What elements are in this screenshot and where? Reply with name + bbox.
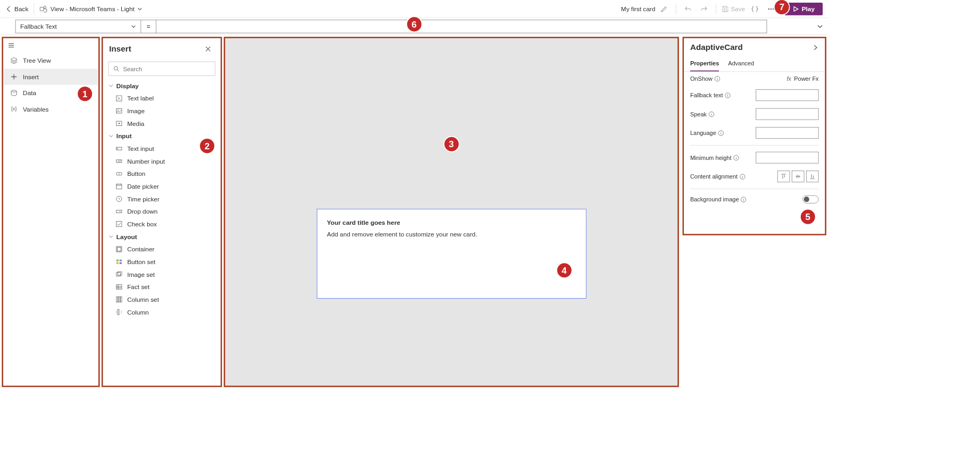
svg-rect-25 xyxy=(120,262,122,264)
item-fact-set[interactable]: Fact set xyxy=(103,281,221,293)
language-input[interactable] xyxy=(756,127,818,139)
search-icon xyxy=(113,65,120,72)
hamburger-button[interactable] xyxy=(3,38,98,53)
align-top-button[interactable] xyxy=(777,171,790,182)
view-selector[interactable]: View - Microsoft Teams - Light xyxy=(39,5,143,13)
info-icon[interactable] xyxy=(708,111,714,117)
divider xyxy=(716,3,716,14)
item-button[interactable]: Button xyxy=(103,167,221,180)
nav-variables[interactable]: Variables xyxy=(3,101,98,117)
item-media[interactable]: Media xyxy=(103,117,221,130)
item-check-box[interactable]: Check box xyxy=(103,218,221,231)
canvas[interactable]: 3 Your card title goes here Add and remo… xyxy=(224,37,679,387)
layers-icon xyxy=(10,57,18,64)
insert-search[interactable] xyxy=(108,62,215,76)
play-label: Play xyxy=(802,5,815,13)
chevron-down-icon xyxy=(137,6,143,11)
search-input[interactable] xyxy=(123,65,211,72)
svg-rect-23 xyxy=(120,259,122,261)
nav-tree-view[interactable]: Tree View xyxy=(3,53,98,69)
info-icon[interactable] xyxy=(725,92,731,98)
svg-rect-16 xyxy=(116,184,122,189)
onshow-label: OnShow xyxy=(690,75,713,82)
edit-name-button[interactable] xyxy=(658,3,671,15)
clock-icon xyxy=(116,196,122,202)
language-label: Language xyxy=(690,130,716,137)
svg-rect-0 xyxy=(40,7,44,11)
info-icon[interactable] xyxy=(733,155,739,160)
insert-panel: Insert Display Text label Image Media In… xyxy=(102,37,222,387)
close-icon xyxy=(205,46,211,52)
button-icon xyxy=(116,171,122,177)
callout-3: 3 xyxy=(443,136,459,152)
card-title: Your card title goes here xyxy=(327,219,576,226)
back-button[interactable]: Back xyxy=(5,5,28,13)
item-column-set[interactable]: Column set xyxy=(103,293,221,306)
tab-advanced[interactable]: Advanced xyxy=(728,56,754,71)
left-nav-panel: Tree View Insert Data Variables 1 xyxy=(2,37,99,387)
property-dropdown[interactable]: Fallback Text xyxy=(15,20,141,33)
item-label: Column xyxy=(127,309,149,316)
svg-rect-31 xyxy=(120,297,122,302)
fact-set-icon xyxy=(116,284,122,290)
nav-insert[interactable]: Insert xyxy=(3,69,98,84)
item-label: Number input xyxy=(127,158,165,165)
minheight-input[interactable] xyxy=(756,152,818,164)
item-image[interactable]: Image xyxy=(103,105,221,117)
group-layout[interactable]: Layout xyxy=(103,230,221,243)
chevron-right-icon[interactable] xyxy=(813,44,819,50)
card-preview[interactable]: Your card title goes here Add and remove… xyxy=(316,209,586,299)
item-label: Date picker xyxy=(127,183,159,190)
column-icon xyxy=(116,309,122,315)
item-container[interactable]: Container xyxy=(103,243,221,256)
speak-input[interactable] xyxy=(756,108,818,120)
tab-properties[interactable]: Properties xyxy=(690,56,719,71)
contentalign-label: Content alignment xyxy=(690,173,738,180)
svg-point-1 xyxy=(44,6,46,8)
column-set-icon xyxy=(116,296,122,303)
save-label: Save xyxy=(731,5,745,13)
info-icon[interactable] xyxy=(714,76,720,82)
item-drop-down[interactable]: Drop down xyxy=(103,205,221,218)
code-view-button[interactable] xyxy=(749,3,761,15)
redo-button[interactable] xyxy=(698,3,711,15)
undo-button[interactable] xyxy=(682,3,694,15)
play-button[interactable]: Play 7 xyxy=(785,3,823,15)
properties-title: AdaptiveCard xyxy=(690,43,743,52)
property-label: Fallback Text xyxy=(20,23,57,30)
group-label: Layout xyxy=(116,233,137,241)
variable-icon xyxy=(10,106,18,113)
callout-6: 6 xyxy=(406,16,422,32)
braces-icon xyxy=(751,5,759,13)
formula-input[interactable] xyxy=(156,20,767,33)
powerfx-label[interactable]: Power Fx xyxy=(794,75,818,82)
info-icon[interactable] xyxy=(739,174,745,180)
group-display[interactable]: Display xyxy=(103,80,221,92)
callout-4: 4 xyxy=(556,262,572,278)
bgimage-toggle[interactable] xyxy=(802,196,818,204)
play-icon xyxy=(793,6,799,12)
svg-rect-27 xyxy=(118,272,122,275)
svg-point-2 xyxy=(768,8,770,10)
item-label: Container xyxy=(127,245,154,253)
item-button-set[interactable]: Button set xyxy=(103,256,221,268)
align-bottom-button[interactable] xyxy=(806,171,819,182)
info-icon[interactable] xyxy=(718,130,724,136)
item-date-picker[interactable]: Date picker xyxy=(103,180,221,193)
fallback-input[interactable] xyxy=(756,89,818,101)
group-label: Display xyxy=(116,82,139,90)
info-icon[interactable] xyxy=(741,197,747,202)
close-insert-button[interactable] xyxy=(202,43,214,55)
svg-text:12: 12 xyxy=(118,159,121,163)
expand-formula-button[interactable] xyxy=(812,23,828,30)
chevron-down-icon xyxy=(108,234,114,239)
align-middle-button[interactable] xyxy=(792,171,805,182)
item-time-picker[interactable]: Time picker xyxy=(103,193,221,206)
chevron-down-icon xyxy=(817,23,823,30)
item-column[interactable]: Column xyxy=(103,306,221,318)
save-button[interactable]: Save xyxy=(722,5,745,13)
item-label: Column set xyxy=(127,296,159,303)
item-number-input[interactable]: 12Number input xyxy=(103,155,221,168)
item-image-set[interactable]: Image set xyxy=(103,268,221,281)
item-text-label[interactable]: Text label xyxy=(103,92,221,105)
